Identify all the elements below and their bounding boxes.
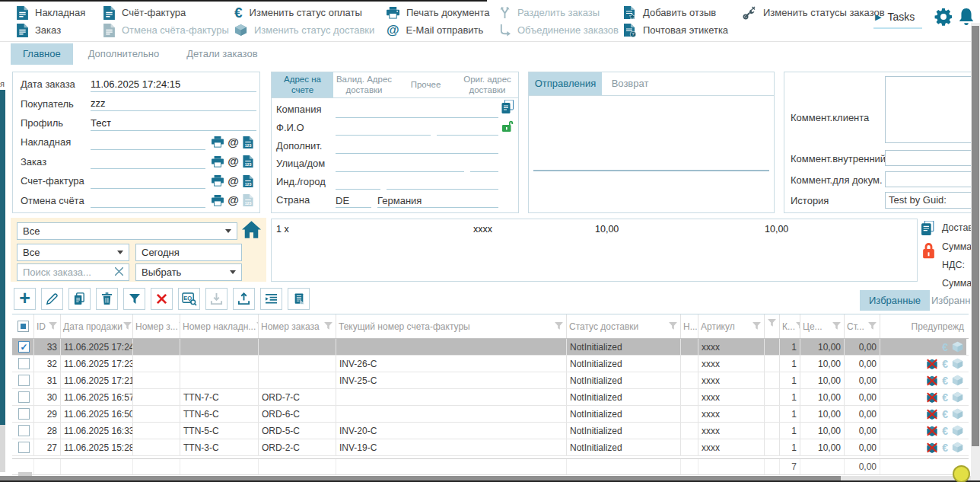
zip-input[interactable] xyxy=(336,176,380,190)
row-checkbox[interactable]: ✓ xyxy=(18,391,30,403)
column-filter-icon[interactable] xyxy=(752,321,762,331)
details-button[interactable] xyxy=(260,288,282,310)
filter-type-select[interactable]: Все xyxy=(17,244,129,261)
house-input[interactable] xyxy=(470,158,498,172)
header-price[interactable]: Це... xyxy=(800,314,845,338)
clear-filter-button[interactable] xyxy=(151,288,173,310)
order-items-panel[interactable]: 1 x xxxx 10,00 10,00 xyxy=(271,219,918,282)
column-filter-icon[interactable] xyxy=(832,321,842,331)
toolbar-button-waybill[interactable]: Накладная xyxy=(17,4,85,21)
delivery-warning-icon[interactable] xyxy=(952,442,963,453)
invoice-number-value[interactable] xyxy=(91,174,205,189)
left-scrollbar-track[interactable] xyxy=(0,425,5,472)
header-cost[interactable]: Ст... xyxy=(845,314,880,338)
header-delivery-status[interactable]: Статус доставки xyxy=(567,314,681,338)
document-123-icon[interactable]: 123 xyxy=(243,155,253,168)
column-filter-icon[interactable] xyxy=(767,318,777,328)
delivery-warning-icon[interactable] xyxy=(952,425,963,436)
filter-status-select[interactable]: Все xyxy=(17,222,237,240)
toolbar-button-cancel-invoice[interactable]: Отмена счёта-фактуры xyxy=(103,21,229,39)
package-error-icon[interactable] xyxy=(926,408,938,420)
internal-comment-input[interactable] xyxy=(885,150,975,166)
toolbar-button-merge-orders[interactable]: Объединение заказов xyxy=(499,21,619,39)
row-checkbox[interactable]: ✓ xyxy=(18,341,30,353)
export-button[interactable] xyxy=(233,288,255,310)
table-row[interactable]: ✓ 29 11.06.2025 16:50:20 TTN-6-C ORD-6-C… xyxy=(12,406,969,423)
column-filter-icon[interactable] xyxy=(48,321,58,331)
payment-warning-icon[interactable]: € xyxy=(942,391,948,404)
column-filter-icon[interactable] xyxy=(867,321,877,331)
tab-other[interactable]: Прочее xyxy=(395,72,457,97)
column-filter-icon[interactable] xyxy=(323,321,333,331)
package-error-icon[interactable] xyxy=(926,358,938,370)
table-row[interactable]: ✓ 32 11.06.2025 17:23:12 INV-26-C NotIni… xyxy=(12,356,969,372)
client-comment-textarea[interactable] xyxy=(885,76,975,143)
profile-value[interactable]: Тест xyxy=(91,116,256,131)
delivery-warning-icon[interactable] xyxy=(952,358,963,369)
header-number-z[interactable]: Номер з... xyxy=(133,314,180,338)
column-filter-icon[interactable] xyxy=(795,321,800,331)
lock-icon[interactable] xyxy=(920,241,937,261)
home-button[interactable] xyxy=(242,221,261,241)
notification-dot[interactable] xyxy=(953,465,970,482)
filter-choose-select[interactable]: Выбрать xyxy=(135,263,242,281)
tab-main[interactable]: Главное xyxy=(11,43,73,65)
toolbar-button-order[interactable]: Заказ xyxy=(17,21,85,39)
table-row[interactable]: ✓ 31 11.06.2025 17:21:29 INV-25-C NotIni… xyxy=(12,372,969,389)
city-input[interactable] xyxy=(387,176,498,190)
grid-tab-favorites[interactable]: Избранные xyxy=(860,290,930,312)
vertical-scrollbar-track[interactable] xyxy=(971,23,980,480)
order-date-value[interactable]: 11.06.2025 17:24:15 xyxy=(91,77,256,92)
country-name-input[interactable]: Германия xyxy=(377,194,498,208)
firstname-input[interactable] xyxy=(336,122,431,136)
header-n[interactable]: Н... xyxy=(681,314,698,338)
filter-date-input[interactable]: Сегодня xyxy=(135,244,242,261)
toolbar-button-postal-label[interactable]: ? Почтовая этикетка xyxy=(624,21,728,39)
header-extra[interactable] xyxy=(765,314,780,338)
invoice-cancel-value[interactable] xyxy=(91,193,205,208)
tab-shipments[interactable]: Отправления xyxy=(529,72,602,95)
additional-input[interactable] xyxy=(336,140,498,154)
print-icon[interactable] xyxy=(212,156,224,168)
email-icon[interactable]: @ xyxy=(228,193,239,207)
settings-gear-icon[interactable] xyxy=(933,6,954,30)
email-icon[interactable]: @ xyxy=(228,136,239,149)
tab-original-shipping-address[interactable]: Ориг. адрес доставки xyxy=(457,72,518,97)
header-select-all[interactable] xyxy=(12,314,34,338)
street-input[interactable] xyxy=(336,158,464,172)
search-eq-button[interactable]: EQ xyxy=(178,288,200,310)
table-row[interactable]: ✓ 33 11.06.2025 17:24:15 NotInitialized … xyxy=(12,339,969,356)
document-123-icon[interactable]: 123 xyxy=(243,175,253,187)
payment-warning-icon[interactable]: € xyxy=(942,408,948,420)
history-input[interactable]: Test by Guid: xyxy=(885,192,975,209)
toolbar-button-split-orders[interactable]: Разделить заказы xyxy=(499,4,619,21)
document-comment-input[interactable] xyxy=(885,171,975,187)
row-checkbox[interactable]: ✓ xyxy=(18,425,30,436)
document-123-icon[interactable]: 123 xyxy=(243,136,253,148)
copy-row-button[interactable] xyxy=(68,288,91,310)
filter-button[interactable] xyxy=(123,288,145,310)
table-row[interactable]: ✓ 28 11.06.2025 16:33:30 TTN-5-C ORD-5-C… xyxy=(12,423,969,439)
header-waybill-number[interactable]: Номер накладн... xyxy=(180,314,259,338)
lastname-input[interactable] xyxy=(437,122,498,136)
order-search-input[interactable]: Поиск заказа... xyxy=(17,263,129,281)
payment-warning-icon[interactable]: € xyxy=(942,375,948,387)
table-row[interactable]: ✓ 30 11.06.2025 16:57:20 TTN-7-C ORD-7-C… xyxy=(12,389,969,406)
toolbar-button-invoice[interactable]: Счёт-фактура xyxy=(103,4,229,21)
delivery-warning-icon[interactable] xyxy=(952,375,963,386)
email-icon[interactable]: @ xyxy=(228,155,239,168)
header-quantity[interactable]: К... xyxy=(780,314,800,338)
select-all-checkbox[interactable] xyxy=(18,321,29,332)
row-checkbox[interactable]: ✓ xyxy=(18,442,30,453)
column-filter-icon[interactable] xyxy=(668,321,678,331)
waybill-value[interactable] xyxy=(91,135,205,150)
header-order-number[interactable]: Номер заказа xyxy=(259,314,336,338)
buyer-value[interactable]: zzz xyxy=(91,96,256,111)
tab-order-details[interactable]: Детали заказов xyxy=(174,43,269,65)
package-error-icon[interactable] xyxy=(926,391,938,404)
payment-warning-icon[interactable]: € xyxy=(942,425,948,437)
print-icon[interactable] xyxy=(212,175,224,187)
header-warnings[interactable]: Предупрежд xyxy=(880,314,966,338)
column-filter-icon[interactable] xyxy=(554,321,564,331)
toolbar-button-delivery-status[interactable]: Изменить статус доставки xyxy=(234,21,374,39)
